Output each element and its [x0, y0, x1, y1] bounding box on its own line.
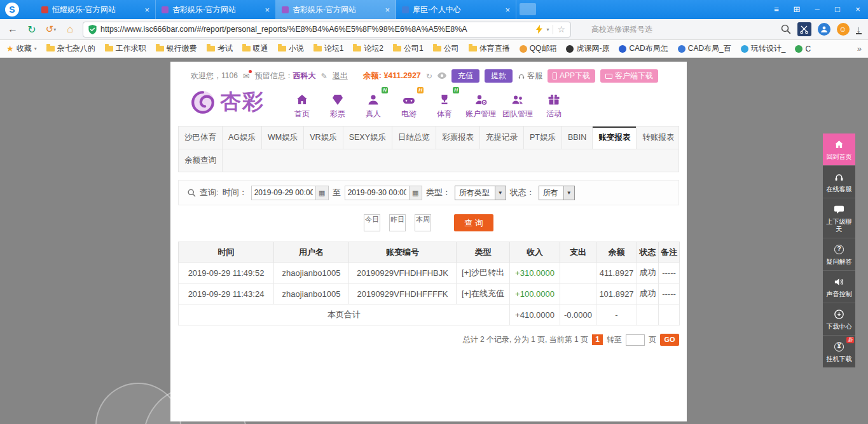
refresh-icon[interactable]: ↻ [25, 24, 38, 36]
tab-pt[interactable]: PT娱乐 [524, 127, 562, 149]
tab-sexy[interactable]: SEXY娱乐 [343, 127, 392, 149]
bookmark-item[interactable]: CAD布局_百 [678, 43, 731, 54]
rail-download-center[interactable]: 下载中心 [823, 303, 855, 335]
edit-icon[interactable]: ✎ [321, 72, 327, 81]
refresh-balance-icon[interactable]: ↻ [426, 72, 432, 81]
browser-tab[interactable]: 恒耀娱乐-官方网站 × [36, 0, 156, 19]
tab-close-icon[interactable]: × [144, 5, 149, 15]
nav-team-management[interactable]: 团队管理 [501, 90, 534, 120]
url-box[interactable]: https://www.isc666bar.com/#/report/perso… [83, 22, 571, 38]
lightning-icon[interactable] [536, 25, 542, 34]
bookmark-item[interactable]: 工作求职 [105, 43, 146, 54]
tab-bbin[interactable]: BBIN [562, 127, 593, 149]
url-text[interactable]: https://www.isc666bar.com/#/report/perso… [100, 25, 532, 34]
bookmark-item[interactable]: 论坛2 [353, 43, 383, 54]
tab-ag[interactable]: AG娱乐 [223, 127, 262, 149]
home-icon[interactable]: ⌂ [64, 24, 76, 35]
bookmark-item[interactable]: 小说 [278, 43, 304, 54]
client-download-button[interactable]: 客户端下载 [600, 69, 658, 83]
nav-account-management[interactable]: 账户管理 [464, 90, 497, 120]
search-icon[interactable] [781, 24, 791, 34]
bookmark-item[interactable]: 公司 [433, 43, 459, 54]
nav-home[interactable]: 首页 [286, 90, 318, 120]
bookmark-item[interactable]: 银行缴费 [156, 43, 197, 54]
tab-shaba-sports[interactable]: 沙巴体育 [179, 127, 223, 149]
nav-egames[interactable]: H 电游 [393, 90, 425, 120]
withdraw-button[interactable]: 提款 [485, 69, 513, 83]
rail-back-to-home[interactable]: 回到首页 [823, 133, 855, 165]
calendar-icon[interactable]: ▦ [316, 186, 329, 200]
browser-logo-icon[interactable]: S [5, 3, 19, 17]
rail-idle-download[interactable]: 新 ¥ 挂机下载 [823, 335, 855, 367]
today-button[interactable]: 今日 [364, 214, 380, 231]
bookmark-item[interactable]: QQ邮箱 [520, 43, 557, 54]
minimize-icon[interactable]: – [807, 0, 827, 19]
this-week-button[interactable]: 本周 [415, 214, 431, 231]
nav-live-casino[interactable]: N 真人 [357, 90, 389, 120]
tab-wm[interactable]: WM娱乐 [262, 127, 304, 149]
calendar-icon[interactable]: ▦ [410, 186, 422, 200]
rail-chat[interactable]: 上下级聊天 [823, 198, 855, 238]
nav-sports[interactable]: H 体育 [429, 90, 460, 120]
type-select[interactable]: 所有类型 ▼ [455, 186, 506, 200]
date-to-input[interactable] [345, 186, 410, 200]
tab-transfer-report[interactable]: 转账报表 [637, 127, 679, 149]
smiley-icon[interactable]: ☺ [837, 23, 850, 36]
bookmarks-overflow-icon[interactable]: » [857, 44, 862, 53]
bookmark-item[interactable]: 玩转设计_ [741, 43, 786, 54]
account-avatar-icon[interactable] [818, 23, 830, 36]
favorites-menu[interactable]: ★ 收藏 ▾ [6, 43, 37, 54]
rail-online-service[interactable]: 在线客服 [823, 165, 855, 198]
current-page-button[interactable]: 1 [592, 334, 603, 345]
undo-icon[interactable]: ↺▾ [45, 24, 57, 35]
browser-tab[interactable]: 摩臣-个人中心 × [396, 0, 516, 19]
yesterday-button[interactable]: 昨日 [389, 214, 406, 231]
maximize-icon[interactable]: □ [827, 0, 848, 19]
bookmark-item[interactable]: CAD布局怎 [619, 43, 668, 54]
search-suggestion-text[interactable]: 高校选修课摇号选 [591, 24, 652, 35]
goto-page-input[interactable] [626, 334, 645, 346]
tab-balance-query[interactable]: 余额查询 [179, 149, 223, 172]
app-download-button[interactable]: APP下载 [548, 69, 595, 83]
go-button[interactable]: GO [660, 334, 679, 346]
date-from-input[interactable] [251, 186, 316, 200]
search-button[interactable]: 查 询 [454, 214, 493, 231]
bookmark-item[interactable]: 体育直播 [469, 43, 510, 54]
browser-tab-active[interactable]: 杏彩娱乐-官方网站 × [276, 0, 396, 19]
close-icon[interactable]: × [848, 0, 868, 19]
tab-deposit-withdraw-records[interactable]: 充提记录 [480, 127, 524, 149]
bookmark-item[interactable]: 杂七杂八的 [46, 43, 95, 54]
bookmark-item[interactable]: 虎课网-原 [566, 43, 609, 54]
tab-account-change-report[interactable]: 账变报表 [593, 127, 637, 149]
tab-lottery-report[interactable]: 彩票报表 [436, 127, 480, 149]
bookmark-item[interactable]: 论坛1 [313, 43, 344, 54]
menu-icon[interactable]: ≡ [766, 0, 787, 19]
tab-daily-summary[interactable]: 日结总览 [392, 127, 436, 149]
site-logo[interactable]: 杏彩 [189, 88, 265, 116]
eye-icon[interactable] [437, 72, 446, 81]
screenshot-scissors-icon[interactable] [797, 22, 811, 36]
bookmark-item[interactable]: C [795, 44, 811, 53]
bookmark-item[interactable]: 暖通 [242, 43, 268, 54]
bookmark-star-icon[interactable]: ☆ [557, 24, 565, 34]
tab-close-icon[interactable]: × [505, 5, 510, 15]
bookmark-item[interactable]: 考试 [207, 43, 233, 54]
tab-close-icon[interactable]: × [265, 5, 270, 15]
new-tab-button[interactable] [520, 3, 536, 15]
nav-promotions[interactable]: 活动 [538, 90, 570, 120]
url-dropdown-icon[interactable]: ▾ [546, 27, 549, 32]
tab-close-icon[interactable]: × [385, 5, 390, 15]
rail-faq[interactable]: ? 疑问解答 [823, 238, 855, 270]
rail-sound-control[interactable]: 声音控制 [823, 270, 855, 303]
bookmark-item[interactable]: 公司1 [393, 43, 424, 54]
mail-icon[interactable]: ✉ [243, 71, 250, 81]
browser-tab[interactable]: 杏彩娱乐-官方网站 × [156, 0, 276, 19]
tab-vr[interactable]: VR娱乐 [304, 127, 343, 149]
status-select[interactable]: 所有 ▼ [539, 186, 575, 200]
back-icon[interactable]: ← [6, 24, 19, 35]
download-icon[interactable]: ↓ [856, 25, 862, 34]
panels-icon[interactable]: ⊞ [787, 0, 807, 19]
nav-lottery[interactable]: 彩票 [322, 90, 354, 120]
logout-link[interactable]: 退出 [333, 71, 348, 81]
recharge-button[interactable]: 充值 [451, 69, 479, 83]
